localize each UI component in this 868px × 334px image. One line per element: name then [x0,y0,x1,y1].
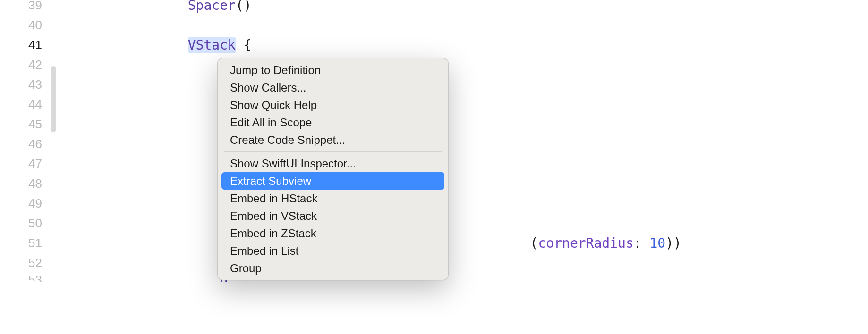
line-number[interactable]: 51 [0,233,42,253]
line-number[interactable]: 44 [0,94,42,114]
code-line[interactable]: Spacer() [60,0,868,15]
menu-item-swiftui-inspector[interactable]: Show SwiftUI Inspector... [221,155,444,172]
line-number[interactable]: 48 [0,174,42,193]
line-number[interactable]: 50 [0,213,42,233]
menu-item-embed-hstack[interactable]: Embed in HStack [221,190,444,207]
line-number[interactable]: 47 [0,154,42,174]
code-line[interactable]: (cornerRadius: 10)) [60,233,868,253]
code-line[interactable] [60,75,868,94]
code-line[interactable] [60,193,868,213]
line-number-current[interactable]: 41 [0,35,42,55]
code-line[interactable]: } [60,94,868,114]
context-menu: Jump to Definition Show Callers... Show … [217,58,449,280]
line-number[interactable]: 39 [0,0,42,15]
menu-item-group[interactable]: Group [221,259,444,277]
line-gutter: 38 39 40 41 42 43 44 45 46 47 48 49 50 5… [0,0,51,334]
number-literal: 10 [649,235,665,251]
menu-item-jump-definition[interactable]: Jump to Definition [221,61,444,79]
code-line[interactable] [60,213,868,233]
menu-separator [224,151,442,152]
code-line[interactable] [60,253,868,273]
menu-item-embed-list[interactable]: Embed in List [221,242,444,259]
menu-item-create-snippet[interactable]: Create Code Snippet... [221,131,444,149]
code-text-area[interactable]: Spacer() VStack { B } } [51,0,868,334]
type-token: Spacer [188,0,236,13]
menu-item-embed-zstack[interactable]: Embed in ZStack [221,225,444,242]
code-line[interactable]: B [60,55,868,75]
line-number[interactable]: 43 [0,75,42,94]
code-line[interactable] [60,114,868,134]
menu-item-embed-vstack[interactable]: Embed in VStack [221,207,444,225]
line-number[interactable]: 52 [0,253,42,273]
line-number[interactable]: 40 [0,15,42,35]
menu-item-edit-all-scope[interactable]: Edit All in Scope [221,114,444,131]
selected-token: VStack [188,37,236,53]
line-number[interactable]: 46 [0,134,42,154]
line-number[interactable]: 53 [0,273,42,282]
code-line[interactable] [60,174,868,193]
code-line[interactable] [60,154,868,174]
menu-item-show-quick-help[interactable]: Show Quick Help [221,96,444,114]
menu-item-show-callers[interactable]: Show Callers... [221,79,444,96]
menu-item-extract-subview[interactable]: Extract Subview [221,172,444,190]
line-number[interactable]: 49 [0,193,42,213]
code-line[interactable] [60,15,868,35]
line-number[interactable]: 45 [0,114,42,134]
line-number[interactable]: 42 [0,55,42,75]
code-line[interactable]: VStack { [60,35,868,55]
code-line[interactable]: } [60,134,868,154]
code-line[interactable]: D [60,273,868,282]
argument-label: cornerRadius [538,235,633,251]
